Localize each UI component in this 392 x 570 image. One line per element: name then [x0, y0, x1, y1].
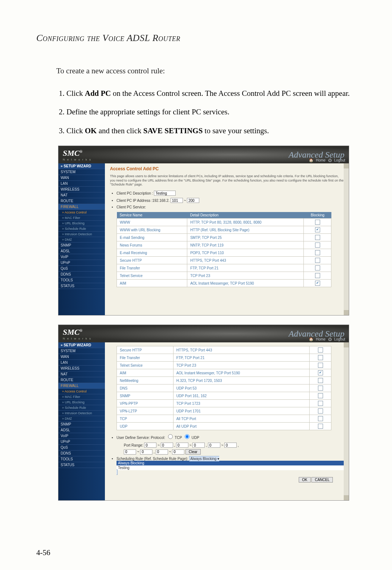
sidebar-nat[interactable]: NAT	[58, 192, 105, 198]
sidebar-mac-filter[interactable]: » MAC Filter	[58, 394, 105, 400]
sidebar-voip[interactable]: VoIP	[58, 254, 105, 260]
cancel-button[interactable]: CANCEL	[311, 477, 333, 483]
sidebar-ddns[interactable]: DDNS	[58, 451, 105, 456]
ok-button[interactable]: OK	[299, 477, 310, 483]
sidebar-wireless[interactable]: WIRELESS	[58, 187, 105, 192]
service-detail-cell: HTTPS, TCP Port 443	[187, 257, 304, 264]
schedule-option[interactable]: Always Blocking	[117, 461, 344, 465]
service-detail-cell: H.323, TCP Port 1720, 1503	[173, 377, 309, 384]
sidebar-qos[interactable]: QoS	[58, 445, 105, 451]
ip-to-input[interactable]	[187, 198, 199, 203]
sidebar-firewall[interactable]: FIREWALL	[58, 383, 105, 389]
table-row: DNSUDP Port 53	[117, 384, 331, 392]
sidebar-status[interactable]: STATUS	[58, 462, 105, 468]
sidebar-tools[interactable]: TOOLS	[58, 456, 105, 462]
sidebar-system[interactable]: SYSTEM	[58, 348, 105, 354]
sidebar-upnp[interactable]: UPnP	[58, 439, 105, 445]
client-pc-desc-input[interactable]	[154, 191, 176, 196]
home-link[interactable]: 🏠 Home	[309, 158, 325, 162]
blocking-checkbox[interactable]	[315, 250, 320, 255]
port-input[interactable]	[176, 443, 188, 448]
sidebar-qos[interactable]: QoS	[58, 266, 105, 272]
ip-from-input[interactable]	[171, 198, 183, 203]
blocking-cell	[304, 272, 331, 280]
blocking-checkbox[interactable]	[315, 235, 320, 240]
port-input[interactable]	[172, 449, 184, 455]
sidebar-dmz[interactable]: » DMZ	[58, 416, 105, 422]
logout-link[interactable]: ⏻ Logout	[328, 158, 345, 162]
sidebar-url-blocking[interactable]: » URL Blocking	[58, 400, 105, 405]
port-input[interactable]	[140, 449, 152, 455]
blocking-checkbox[interactable]	[315, 243, 320, 248]
sidebar-status[interactable]: STATUS	[58, 283, 105, 289]
sidebar-system[interactable]: SYSTEM	[58, 169, 105, 175]
sidebar-intrusion[interactable]: » Intrusion Detection	[58, 232, 105, 237]
blocking-checkbox[interactable]	[315, 220, 320, 225]
sidebar-setup-wizard[interactable]: » SETUP WIZARD	[58, 342, 105, 348]
sidebar-voip[interactable]: VoIP	[58, 433, 105, 439]
sidebar-access-control[interactable]: » Access Control	[58, 210, 105, 215]
step-list: Click Add PC on the Access Control scree…	[56, 88, 356, 137]
logout-link[interactable]: ⏻ Logout	[328, 337, 345, 341]
port-input[interactable]	[124, 449, 136, 455]
home-link[interactable]: 🏠 Home	[309, 337, 325, 341]
blocking-checkbox[interactable]	[315, 227, 320, 232]
schedule-option[interactable]: Testing	[117, 465, 344, 470]
protocol-tcp-radio[interactable]	[168, 434, 173, 439]
blocking-checkbox[interactable]	[318, 401, 323, 406]
sidebar-dmz[interactable]: » DMZ	[58, 237, 105, 243]
blocking-checkbox[interactable]	[318, 370, 323, 375]
sidebar-nat[interactable]: NAT	[58, 371, 105, 377]
blocking-checkbox[interactable]	[318, 347, 323, 353]
table-row: VPN-PPTPTCP Port 1723	[117, 400, 331, 407]
sidebar-access-control[interactable]: » Access Control	[58, 389, 105, 394]
sidebar-ddns[interactable]: DDNS	[58, 272, 105, 277]
sidebar-lan[interactable]: LAN	[58, 181, 105, 187]
port-input[interactable]	[208, 443, 220, 448]
router-screenshot-2: SMC® N e t w o r k s Advanced Setup 🏠 Ho…	[58, 325, 349, 501]
blocking-checkbox[interactable]	[318, 363, 323, 368]
blocking-checkbox[interactable]	[315, 281, 320, 286]
sidebar-firewall[interactable]: FIREWALL	[58, 204, 105, 210]
blocking-checkbox[interactable]	[318, 416, 323, 421]
sidebar-wan[interactable]: WAN	[58, 175, 105, 181]
scrollbar[interactable]	[344, 163, 349, 315]
sidebar-wireless[interactable]: WIRELESS	[58, 366, 105, 371]
blocking-checkbox[interactable]	[318, 393, 323, 398]
sidebar-schedule-rule[interactable]: » Schedule Rule	[58, 405, 105, 411]
blocking-checkbox[interactable]	[318, 408, 323, 414]
port-input[interactable]	[161, 443, 173, 448]
sidebar-schedule-rule[interactable]: » Schedule Rule	[58, 226, 105, 232]
blocking-checkbox[interactable]	[318, 355, 323, 360]
sidebar: » SETUP WIZARD SYSTEM WAN LAN WIRELESS N…	[58, 163, 105, 315]
clear-button[interactable]: Clear	[185, 449, 201, 455]
sidebar-snmp[interactable]: SNMP	[58, 243, 105, 248]
sidebar-snmp[interactable]: SNMP	[58, 422, 105, 427]
sidebar-url-blocking[interactable]: » URL Blocking	[58, 221, 105, 226]
sidebar-adsl[interactable]: ADSL	[58, 427, 105, 433]
port-input[interactable]	[144, 443, 156, 448]
sidebar-intrusion[interactable]: » Intrusion Detection	[58, 411, 105, 416]
sidebar-mac-filter[interactable]: » MAC Filter	[58, 215, 105, 221]
blocking-checkbox[interactable]	[318, 424, 323, 429]
sidebar-route[interactable]: ROUTE	[58, 377, 105, 383]
table-row: TCPAll TCP Port	[117, 415, 331, 423]
protocol-udp-radio[interactable]	[185, 434, 189, 439]
sidebar-upnp[interactable]: UPnP	[58, 260, 105, 266]
port-input[interactable]	[224, 443, 237, 448]
sidebar-wan[interactable]: WAN	[58, 354, 105, 360]
sidebar-adsl[interactable]: ADSL	[58, 248, 105, 254]
blocking-checkbox[interactable]	[315, 273, 320, 278]
sidebar-lan[interactable]: LAN	[58, 360, 105, 366]
port-input[interactable]	[192, 443, 205, 448]
sidebar-route[interactable]: ROUTE	[58, 198, 105, 204]
sidebar-setup-wizard[interactable]: » SETUP WIZARD	[58, 163, 105, 169]
service-name-cell: E-mail Sending	[117, 234, 187, 241]
blocking-checkbox[interactable]	[315, 258, 320, 263]
blocking-checkbox[interactable]	[318, 386, 323, 391]
sidebar-tools[interactable]: TOOLS	[58, 277, 105, 283]
port-input[interactable]	[156, 449, 168, 455]
blocking-checkbox[interactable]	[315, 265, 320, 270]
blocking-checkbox[interactable]	[318, 378, 323, 383]
scrollbar[interactable]	[344, 342, 349, 500]
